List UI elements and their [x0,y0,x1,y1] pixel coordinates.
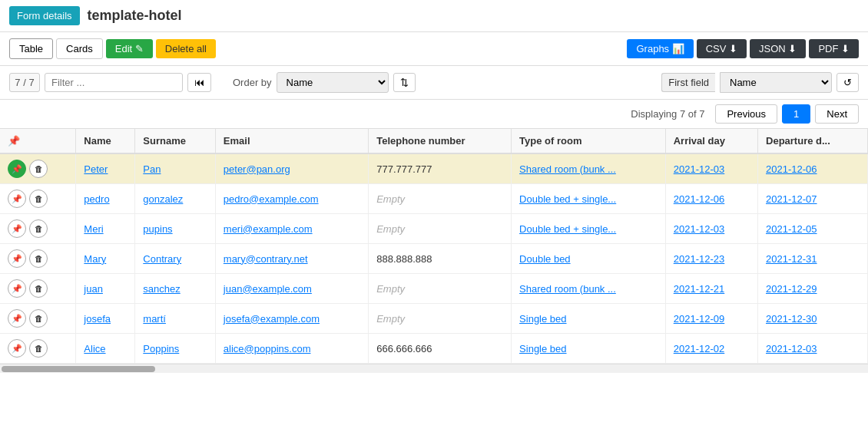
delete-row-button[interactable]: 🗑 [29,249,48,268]
delete-all-button[interactable]: Delete all [156,39,216,58]
cell-link-email[interactable]: meri@example.com [224,223,313,235]
cell-link-departure[interactable]: 2021-12-05 [766,223,817,235]
pin-button[interactable]: 📌 [8,219,26,238]
filter-input[interactable] [45,73,183,92]
order-direction-button[interactable]: ⇅ [393,73,416,92]
cell-link-name[interactable]: Alice [84,343,105,354]
cell-link-room_type[interactable]: Single bed [519,313,566,325]
cell-link-email[interactable]: josefa@example.com [224,313,320,325]
cell-link-arrival[interactable]: 2021-12-02 [674,343,725,354]
table-tab[interactable]: Table [9,38,53,59]
pin-button[interactable]: 📌 [8,249,26,268]
delete-row-button[interactable]: 🗑 [29,190,48,208]
pin-button[interactable]: 📌 [8,309,26,328]
delete-row-button[interactable]: 🗑 [29,309,48,328]
cell-room_type: Shared room (bunk ... [512,274,666,304]
cell-link-departure[interactable]: 2021-12-07 [766,193,817,205]
delete-row-button[interactable]: 🗑 [29,219,48,238]
cell-link-email[interactable]: alice@poppins.com [224,343,311,354]
cell-link-surname[interactable]: martí [143,313,166,325]
table-row: 📌🗑MaryContrarymary@contrary.net888.888.8… [0,244,868,274]
cell-link-email[interactable]: pedro@example.com [224,193,319,205]
scrollbar-thumb[interactable] [2,366,155,372]
cell-actions: 📌🗑 [0,153,76,184]
cell-link-email[interactable]: juan@example.com [224,283,312,295]
pdf-button[interactable]: PDF ⬇ [809,39,859,58]
cell-link-name[interactable]: josefa [84,313,111,325]
cell-telephone: Empty [369,214,512,244]
table-container: 📌 Name Surname Email Telephone number Ty… [0,129,868,364]
pin-button[interactable]: 📌 [8,279,26,298]
cell-link-departure[interactable]: 2021-12-29 [766,283,817,295]
cell-link-surname[interactable]: Contrary [143,253,181,265]
cell-link-name[interactable]: Mary [84,253,106,265]
cell-link-name[interactable]: juan [84,283,103,295]
cell-link-room_type[interactable]: Shared room (bunk ... [519,283,616,295]
cell-link-departure[interactable]: 2021-12-03 [766,343,817,354]
cell-link-departure[interactable]: 2021-12-31 [766,253,817,265]
cell-link-departure[interactable]: 2021-12-06 [766,163,817,175]
app-title: template-hotel [88,8,182,24]
delete-row-button[interactable]: 🗑 [29,339,48,358]
cell-link-arrival[interactable]: 2021-12-06 [674,193,725,205]
cell-link-room_type[interactable]: Single bed [519,343,566,354]
cell-link-arrival[interactable]: 2021-12-03 [674,163,725,175]
cell-link-surname[interactable]: Pan [143,163,161,175]
cell-link-name[interactable]: Peter [84,163,108,175]
pagination-bar: Displaying 7 of 7 Previous 1 Next [0,100,868,129]
horizontal-scrollbar[interactable] [0,364,868,373]
pin-button[interactable]: 📌 [8,190,26,208]
cell-surname: Contrary [135,244,216,274]
top-bar: Form details template-hotel [0,0,868,32]
order-by-select[interactable]: Name Surname Email Telephone number Type… [277,72,389,93]
delete-row-button[interactable]: 🗑 [29,160,48,178]
cell-email: meri@example.com [215,214,368,244]
delete-row-button[interactable]: 🗑 [29,279,48,298]
cell-link-room_type[interactable]: Double bed + single... [519,193,616,205]
cell-telephone: Empty [369,304,512,334]
cell-link-room_type[interactable]: Double bed [519,253,571,265]
cell-arrival: 2021-12-09 [665,304,757,334]
cell-link-email[interactable]: mary@contrary.net [224,253,308,265]
filter-left: 7 / 7 ⏮ [9,73,211,92]
toolbar: Table Cards Edit ✎ Delete all Graphs 📊 C… [0,32,868,66]
cell-link-arrival[interactable]: 2021-12-09 [674,313,725,325]
graphs-button[interactable]: Graphs 📊 [627,39,693,58]
first-field-label: First field [661,73,715,92]
cell-link-surname[interactable]: Poppins [143,343,179,354]
cell-room_type: Single bed [512,304,666,334]
cell-link-surname[interactable]: gonzalez [143,193,183,205]
cell-name: juan [76,274,135,304]
cell-link-room_type[interactable]: Double bed + single... [519,223,616,235]
cell-telephone: Empty [369,184,512,214]
cell-link-departure[interactable]: 2021-12-30 [766,313,817,325]
cards-tab[interactable]: Cards [56,38,103,59]
cell-link-name[interactable]: Meri [84,223,103,235]
page-1-button[interactable]: 1 [782,104,810,124]
csv-button[interactable]: CSV ⬇ [697,39,747,58]
cell-telephone: 777.777.777 [369,153,512,184]
pin-button[interactable]: 📌 [8,160,26,178]
first-record-button[interactable]: ⏮ [187,73,211,92]
next-button[interactable]: Next [815,104,859,124]
cell-arrival: 2021-12-23 [665,244,757,274]
cell-surname: Poppins [135,334,216,364]
cell-link-email[interactable]: peter@pan.org [224,163,290,175]
cell-link-surname[interactable]: pupins [143,223,172,235]
cell-link-arrival[interactable]: 2021-12-21 [674,283,725,295]
previous-button[interactable]: Previous [715,104,777,124]
json-button[interactable]: JSON ⬇ [750,39,806,58]
form-details-button[interactable]: Form details [9,6,80,25]
cell-link-arrival[interactable]: 2021-12-23 [674,253,725,265]
edit-button[interactable]: Edit ✎ [106,39,153,58]
cell-link-room_type[interactable]: Shared room (bunk ... [519,163,616,175]
first-field-select[interactable]: Name Surname Email Telephone number Type… [720,72,832,93]
reset-button[interactable]: ↺ [837,73,859,92]
th-actions: 📌 [0,129,76,153]
cell-link-arrival[interactable]: 2021-12-03 [674,223,725,235]
filter-bar: 7 / 7 ⏮ Order by Name Surname Email Tele… [0,66,868,100]
pin-button[interactable]: 📌 [8,339,26,358]
cell-room_type: Double bed [512,244,666,274]
cell-link-surname[interactable]: sanchez [143,283,180,295]
cell-link-name[interactable]: pedro [84,193,109,205]
